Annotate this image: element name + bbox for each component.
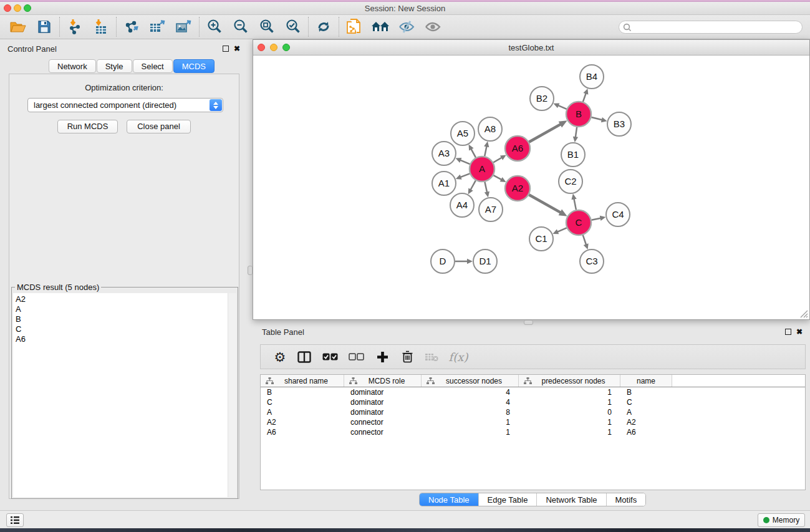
tab-network[interactable]: Network — [49, 59, 96, 73]
vertical-splitter-handle[interactable] — [248, 266, 253, 275]
tab-style[interactable]: Style — [97, 59, 132, 73]
result-item[interactable]: A2 — [16, 294, 228, 304]
graph-edge-A-A1[interactable] — [460, 173, 470, 177]
horizontal-splitter-handle[interactable] — [524, 320, 533, 325]
export-table-button[interactable] — [145, 16, 171, 37]
deselect-all-columns-button[interactable] — [343, 347, 369, 366]
import-table-icon — [93, 19, 109, 35]
zoom-in-button[interactable] — [201, 16, 228, 37]
zoom-fit-button[interactable] — [254, 16, 280, 37]
node-label-A4: A4 — [456, 200, 468, 210]
column-header-successor-nodes[interactable]: successor nodes — [422, 375, 519, 387]
graph-edge-A-A6[interactable] — [493, 158, 502, 163]
network-window-titlebar[interactable]: testGlobe.txt — [253, 40, 809, 56]
run-mcds-button[interactable]: Run MCDS — [57, 120, 118, 133]
toolbar-separator — [308, 17, 309, 37]
show-columns-button[interactable] — [292, 347, 317, 366]
select-all-columns-button[interactable] — [317, 347, 343, 366]
graph-edge-C-C3[interactable] — [583, 235, 586, 245]
result-list-scrollbar[interactable] — [228, 293, 236, 497]
graph-edge-A-A5[interactable] — [471, 149, 476, 158]
result-item[interactable]: A — [16, 304, 228, 314]
column-header-shared-name[interactable]: shared name — [261, 375, 344, 387]
function-builder-button[interactable]: f(x) — [444, 347, 473, 366]
export-network-button[interactable] — [118, 16, 145, 37]
new-network-from-selection-button[interactable] — [341, 16, 367, 37]
table-row[interactable]: Adominator80A — [261, 407, 805, 417]
graph-edge-B-B1[interactable] — [576, 127, 577, 137]
edge-arrowhead — [467, 259, 473, 264]
mcds-panel: Optimization criterion: largest connecte… — [9, 74, 239, 499]
result-item[interactable]: A6 — [16, 334, 228, 344]
search-input[interactable] — [619, 21, 803, 34]
column-header-predecessor-nodes[interactable]: predecessor nodes — [519, 375, 620, 387]
tab-mcds[interactable]: MCDS — [173, 59, 215, 73]
close-panel-button[interactable]: Close panel — [127, 120, 191, 133]
column-header-MCDS-role[interactable]: MCDS role — [344, 375, 422, 387]
save-session-button[interactable] — [31, 16, 57, 37]
zoom-out-button[interactable] — [228, 16, 254, 37]
zoom-window-button[interactable] — [24, 4, 31, 12]
memory-button[interactable]: Memory — [758, 513, 805, 527]
tab-motifs[interactable]: Motifs — [607, 493, 646, 506]
control-panel-close-button[interactable]: ✖ — [234, 45, 240, 52]
export-image-button[interactable] — [171, 16, 197, 37]
result-item[interactable]: C — [16, 324, 228, 334]
graph-edge-A-A3[interactable] — [460, 160, 470, 164]
node-label-A5: A5 — [457, 128, 468, 138]
graph-edge-A-A7[interactable] — [485, 182, 487, 193]
graph-edge-A6-B[interactable] — [529, 124, 561, 142]
show-all-button[interactable] — [420, 16, 446, 37]
close-window-button[interactable] — [4, 4, 11, 12]
graph-edge-B-B3[interactable] — [591, 117, 602, 120]
tab-edge-table[interactable]: Edge Table — [479, 493, 538, 506]
import-table-button[interactable] — [88, 16, 114, 37]
zoom-selected-button[interactable] — [280, 16, 306, 37]
column-header-name[interactable]: name — [620, 375, 672, 387]
graph-edge-A-A8[interactable] — [485, 146, 486, 156]
table-row[interactable]: Bdominator41B — [261, 387, 805, 397]
eye-slash-icon — [398, 20, 415, 34]
table-cell: B — [261, 388, 344, 397]
first-neighbors-button[interactable] — [367, 16, 393, 37]
window-resize-grip[interactable] — [799, 309, 808, 318]
delete-table-button[interactable] — [419, 347, 444, 366]
network-minimize-button[interactable] — [270, 44, 277, 51]
tab-node-table[interactable]: Node Table — [420, 493, 479, 506]
mcds-result-list[interactable]: A2ABCA6 — [13, 293, 228, 497]
open-session-button[interactable] — [5, 16, 31, 37]
tab-select[interactable]: Select — [133, 59, 173, 73]
graph-edge-A2-C[interactable] — [529, 195, 561, 213]
graph-edge-A-A4[interactable] — [471, 180, 476, 190]
delete-column-button[interactable] — [395, 347, 419, 366]
network-zoom-button[interactable] — [282, 44, 290, 51]
table-panel-close-button[interactable]: ✖ — [796, 328, 803, 336]
network-close-button[interactable] — [258, 44, 265, 51]
network-graph[interactable]: AA1A2A3A4A5A6A7A8BB1B2B3B4CC1C2C3C4DD1 — [253, 56, 809, 320]
table-toolbar: ⚙ — [260, 344, 806, 369]
tab-network-table[interactable]: Network Table — [537, 493, 606, 506]
graph-edge-B-B4[interactable] — [583, 93, 586, 102]
import-network-button[interactable] — [62, 16, 88, 37]
hide-selected-button[interactable] — [393, 16, 420, 37]
graph-edge-B-B2[interactable] — [558, 105, 567, 109]
graph-edge-C-C2[interactable] — [574, 198, 576, 210]
table-settings-button[interactable]: ⚙ — [268, 347, 292, 366]
minimize-window-button[interactable] — [14, 4, 21, 12]
result-item[interactable]: B — [16, 314, 228, 324]
table-row[interactable]: A6connector11A6 — [261, 427, 805, 437]
table-row[interactable]: A2connector11A2 — [261, 417, 805, 427]
table-row[interactable]: Cdominator41C — [261, 397, 805, 407]
graph-edge-C-C1[interactable] — [557, 228, 567, 232]
toolbar-separator — [116, 17, 117, 37]
optimization-criterion-select[interactable]: largest connected component (directed) — [27, 98, 223, 112]
table-panel-float-button[interactable] — [785, 329, 791, 335]
graph-edge-C-C4[interactable] — [592, 218, 601, 220]
create-column-button[interactable] — [369, 347, 395, 366]
memory-status-icon — [763, 517, 769, 523]
apply-layout-button[interactable] — [311, 16, 337, 37]
control-panel-float-button[interactable] — [223, 46, 229, 52]
task-history-button[interactable] — [6, 513, 24, 527]
graph-edge-A-A2[interactable] — [493, 175, 501, 180]
node-label-A8: A8 — [485, 123, 496, 134]
